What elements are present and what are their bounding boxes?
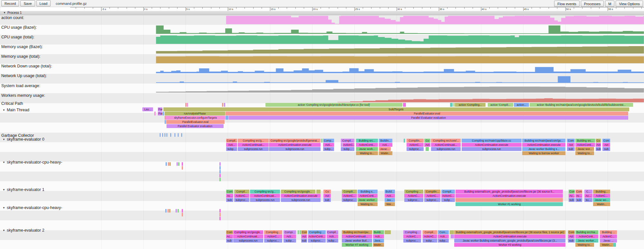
trace-segment[interactable] bbox=[453, 103, 455, 107]
trace-segment[interactable]: subprocess.run bbox=[233, 239, 263, 243]
trace-segment[interactable] bbox=[316, 190, 321, 194]
trace-segment[interactable]: Compiling src/google... bbox=[281, 190, 315, 194]
gc-event-tick[interactable] bbox=[165, 133, 165, 137]
trace-segment[interactable]: Act bbox=[596, 143, 601, 147]
trace-segment[interactable]: Act bbox=[568, 234, 575, 238]
trace-segment[interactable]: subprocess.run bbox=[250, 198, 280, 202]
collapse-triangle-icon[interactable]: ▼ bbox=[3, 11, 6, 14]
trace-segment[interactable]: Compilin... bbox=[424, 190, 440, 194]
save-button[interactable]: Save bbox=[20, 0, 35, 6]
trace-segment[interactable]: ParallelEvaluator.eval bbox=[226, 112, 628, 115]
trace-segment[interactable]: Compiling src/g... bbox=[238, 139, 269, 143]
trace-segment[interactable]: Javac wo... bbox=[593, 198, 610, 202]
trace-segment[interactable]: Act bbox=[424, 143, 430, 147]
trace-segment[interactable]: Compilin... bbox=[407, 139, 423, 143]
trace-segment[interactable]: Acti... bbox=[385, 194, 395, 198]
trace-segment[interactable]: C... bbox=[584, 190, 592, 194]
trace-segment[interactable] bbox=[219, 174, 221, 177]
trace-segment[interactable]: Parallel Evaluator evaluation bbox=[229, 116, 628, 120]
process-header[interactable]: ▼Process 1 bbox=[0, 11, 644, 15]
load-button[interactable]: Load bbox=[36, 0, 51, 6]
trace-segment[interactable]: ActionC... bbox=[234, 194, 249, 198]
trace-segment[interactable]: Compiling src/core/... bbox=[431, 139, 461, 143]
trace-segment[interactable]: Co bbox=[424, 139, 430, 143]
trace-segment[interactable]: ActionConti... bbox=[575, 143, 595, 147]
trace-segment[interactable]: subprocess.run bbox=[281, 198, 321, 202]
trace-segment[interactable]: ActionConti... bbox=[575, 234, 598, 238]
trace-segment[interactable]: Javac worker... bbox=[575, 239, 598, 243]
trace-segment[interactable]: Com... bbox=[438, 230, 449, 234]
flow-events-button[interactable]: Flow events bbox=[554, 1, 580, 7]
trace-segment[interactable]: Waiting to... bbox=[356, 151, 378, 155]
trace-segment[interactable]: Act bbox=[567, 143, 575, 147]
trace-segment[interactable]: Ac... bbox=[569, 194, 574, 198]
trace-segment[interactable]: Act bbox=[602, 143, 610, 147]
trace-segment[interactable] bbox=[321, 139, 322, 143]
trace-segment[interactable]: Javac... bbox=[379, 147, 391, 151]
trace-segment[interactable]: sub bbox=[596, 147, 601, 151]
trace-segment[interactable]: Waiting to borrow worker bbox=[522, 151, 565, 155]
trace-segment[interactable]: ActionConti... bbox=[356, 143, 378, 147]
trace-segment[interactable]: subproc... bbox=[308, 239, 326, 243]
trace-segment[interactable]: Compiling... bbox=[264, 230, 282, 234]
trace-segment[interactable]: sub bbox=[602, 147, 610, 151]
trace-segment[interactable]: Parallel Evaluator evaluation bbox=[167, 124, 224, 128]
trace-segment[interactable] bbox=[219, 170, 221, 174]
trace-segment[interactable]: Acti... bbox=[327, 234, 339, 238]
trace-segment[interactable] bbox=[182, 209, 183, 213]
trace-segment[interactable]: subprocess.run bbox=[431, 147, 461, 151]
trace-segment[interactable]: ActionC... bbox=[600, 234, 617, 238]
trace-segment[interactable]: subprocess.run bbox=[238, 147, 269, 151]
trace-segment[interactable]: Compi... bbox=[284, 230, 296, 234]
trace-segment[interactable] bbox=[182, 166, 183, 170]
trace-segment[interactable]: Building external/com_google_protobuf/ja… bbox=[454, 230, 565, 234]
collapse-triangle-icon[interactable]: ▼ bbox=[3, 206, 5, 209]
trace-segment[interactable]: Ac... bbox=[584, 194, 592, 198]
trace-segment[interactable]: sub bbox=[226, 239, 233, 243]
trace-segment[interactable]: subproc... bbox=[234, 198, 249, 202]
trace-segment[interactable]: ActionC... bbox=[423, 234, 437, 238]
trace-segment[interactable]: Com bbox=[226, 230, 233, 234]
trace-segment[interactable]: Co bbox=[596, 139, 601, 143]
trace-segment[interactable]: ActionContinuati... bbox=[431, 143, 461, 147]
trace-segment[interactable]: ActionContinuation.execute bbox=[462, 143, 522, 147]
trace-segment[interactable] bbox=[165, 209, 167, 213]
trace-segment[interactable]: Comp... bbox=[323, 139, 334, 143]
trace-segment[interactable]: ActionContinuation.execute bbox=[454, 234, 565, 238]
trace-segment[interactable]: subproc... bbox=[404, 198, 423, 202]
trace-segment[interactable] bbox=[166, 162, 167, 166]
trace-segment[interactable]: Jav... bbox=[385, 198, 395, 202]
trace-segment[interactable]: subproc... bbox=[264, 239, 282, 243]
processes-button[interactable]: Processes bbox=[581, 1, 604, 7]
record-button[interactable]: Record bbox=[1, 0, 19, 6]
trace-segment[interactable]: Waitin... bbox=[593, 202, 610, 206]
trace-segment[interactable] bbox=[182, 162, 183, 166]
track-header-skyframe-evaluator-0[interactable]: ▼skyframe-evaluator 0 bbox=[1, 137, 44, 142]
trace-segment[interactable] bbox=[168, 162, 169, 166]
collapse-triangle-icon[interactable]: ▼ bbox=[3, 109, 5, 112]
trace-segment[interactable]: buildTargets bbox=[163, 107, 629, 111]
trace-segment[interactable]: Building s... bbox=[358, 190, 378, 194]
trace-segment[interactable]: action 'Compiling src/google/protobuf/de… bbox=[265, 103, 403, 107]
trace-segment[interactable]: Com bbox=[602, 139, 610, 143]
trace-segment[interactable]: Acti... bbox=[373, 234, 384, 238]
trace-segment[interactable] bbox=[178, 162, 179, 166]
trace-segment[interactable]: Buildin... bbox=[379, 139, 392, 143]
trace-segment[interactable] bbox=[341, 143, 342, 147]
trace-segment[interactable]: ActionContinuati... bbox=[238, 143, 269, 147]
collapse-triangle-icon[interactable]: ▼ bbox=[3, 138, 5, 141]
collapse-triangle-icon[interactable]: ▼ bbox=[3, 161, 5, 164]
trace-segment[interactable] bbox=[426, 147, 428, 151]
trace-segment[interactable]: subproc... bbox=[424, 198, 440, 202]
counter-chart-network-down-usage-total[interactable] bbox=[70, 65, 644, 73]
trace-segment[interactable]: action... bbox=[514, 103, 529, 107]
trace-segment[interactable]: Building... bbox=[593, 190, 610, 194]
trace-segment[interactable]: subp... bbox=[284, 239, 296, 243]
track-header-skyframe-evaluator-2[interactable]: ▼skyframe-evaluator 2 bbox=[1, 228, 44, 233]
counter-chart-system-load-average[interactable] bbox=[70, 84, 644, 93]
trace-segment[interactable]: runAnalysisPhase bbox=[165, 112, 226, 115]
trace-segment[interactable]: ActionC... bbox=[264, 234, 282, 238]
trace-segment[interactable]: Javac work... bbox=[356, 147, 378, 151]
trace-segment[interactable]: sub bbox=[226, 198, 233, 202]
trace-segment[interactable]: subp... bbox=[438, 239, 449, 243]
